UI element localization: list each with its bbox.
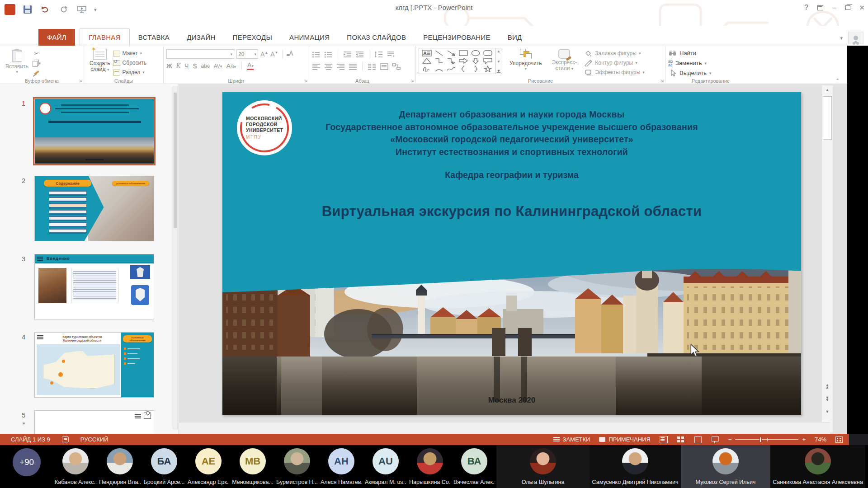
tab-home[interactable]: ГЛАВНАЯ xyxy=(80,28,130,46)
spellcheck-icon[interactable] xyxy=(62,436,69,442)
tab-design[interactable]: ДИЗАЙН xyxy=(178,29,224,46)
shapes-scroll-down-icon[interactable]: ▼ xyxy=(497,60,500,64)
grow-font-button[interactable]: А▲ xyxy=(260,51,268,58)
previous-slide-button[interactable]: ▲▲ xyxy=(822,382,832,391)
shape-right-brace-icon[interactable] xyxy=(469,65,481,73)
participant-tile[interactable]: АН Алеся Наматев... xyxy=(319,445,363,488)
participant-tile[interactable]: Санникова Анастасия Алексеевна xyxy=(770,445,865,488)
participant-tile[interactable]: Бурмистров Н... xyxy=(275,445,319,488)
shape-triangle-icon[interactable] xyxy=(420,57,433,65)
shape-scribble-icon[interactable] xyxy=(420,65,433,73)
font-dialog-launcher[interactable]: ⇲ xyxy=(304,79,307,83)
justify-button[interactable] xyxy=(349,63,357,70)
clear-formatting-button[interactable] xyxy=(286,50,295,58)
slide-canvas[interactable]: МОСКОВСКИЙГОРОДСКОЙУНИВЕРСИТЕТ МГПУ Депа… xyxy=(222,92,801,415)
shapes-scroll-up-icon[interactable]: ▲ xyxy=(497,49,500,53)
thumbnail-image-2[interactable]: Содержание условные обозначения xyxy=(34,176,154,241)
participant-tile[interactable]: АЕ Александр Ерк... xyxy=(186,445,231,488)
tab-insert[interactable]: ВСТАВКА xyxy=(130,29,178,46)
clipboard-dialog-launcher[interactable]: ⇲ xyxy=(79,79,82,83)
participant-tile[interactable]: МВ Меновщикова... xyxy=(231,445,275,488)
ribbon-display-options-button[interactable] xyxy=(817,5,823,10)
strikethrough-button[interactable]: abc xyxy=(201,63,210,69)
participant-tile[interactable]: Нарышкина Со... xyxy=(408,445,452,488)
participant-tile[interactable]: Пендюрин Вла... xyxy=(98,445,142,488)
thumbnail-image-4[interactable]: Карта туристских объектовКалининградской… xyxy=(34,332,154,398)
underline-button[interactable]: Ч xyxy=(184,62,189,70)
close-button[interactable]: × xyxy=(859,3,864,13)
shape-oval-icon[interactable] xyxy=(469,49,481,57)
align-left-button[interactable] xyxy=(312,63,321,70)
tab-transitions[interactable]: ПЕРЕХОДЫ xyxy=(224,29,281,46)
align-right-button[interactable] xyxy=(336,63,345,70)
restore-button[interactable] xyxy=(845,5,850,10)
comments-toggle[interactable]: ПРИМЕЧАНИЯ xyxy=(599,436,650,443)
shape-star-icon[interactable] xyxy=(481,65,494,73)
participant-tile[interactable]: Муковоз Сергей Ильич xyxy=(681,445,770,488)
shape-left-brace-icon[interactable] xyxy=(457,65,469,73)
participant-tile[interactable]: Ольга Шульгина xyxy=(496,445,590,488)
slide-sorter-view-button[interactable] xyxy=(677,436,685,443)
shape-elbow-arrow-connector-icon[interactable] xyxy=(445,57,457,65)
find-button[interactable]: Найти xyxy=(668,48,754,58)
tab-review[interactable]: РЕЦЕНЗИРОВАНИЕ xyxy=(415,29,499,46)
language-indicator[interactable]: РУССКИЙ xyxy=(80,436,108,443)
scroll-up-icon[interactable]: ▲ xyxy=(822,85,832,94)
shapes-more-icon[interactable]: ▼ xyxy=(497,70,501,73)
slide-counter[interactable]: СЛАЙД 1 ИЗ 9 xyxy=(11,436,50,443)
slideshow-view-button[interactable] xyxy=(711,436,719,443)
shape-arrow-icon[interactable] xyxy=(445,49,457,57)
replace-button[interactable]: abac Заменить▾ xyxy=(668,58,754,68)
arrange-button[interactable]: Упорядочить ▾ xyxy=(507,48,544,77)
decrease-indent-button[interactable] xyxy=(343,51,352,58)
layout-button[interactable]: Макет▾ xyxy=(113,49,146,58)
cut-button[interactable]: ✂ xyxy=(32,50,41,57)
participant-overflow-tile[interactable]: +90 xyxy=(0,445,53,488)
normal-view-button[interactable] xyxy=(660,436,668,443)
shrink-font-button[interactable]: А▼ xyxy=(270,51,278,58)
next-slide-button[interactable]: ▼▼ xyxy=(822,394,832,404)
notes-toggle[interactable]: ЗАМЕТКИ xyxy=(553,436,590,443)
paste-button[interactable]: Вставить ▾ xyxy=(3,49,31,78)
tab-slideshow[interactable]: ПОКАЗ СЛАЙДОВ xyxy=(338,29,415,46)
participant-tile[interactable]: Кабанов Алекс... xyxy=(53,445,98,488)
thumbnail-slide-3[interactable]: 3 Введение xyxy=(22,254,154,319)
thumbnail-slide-4[interactable]: 4 Карта туристских объектовКалининградск… xyxy=(22,332,154,398)
participant-tile[interactable]: Самусенко Дмитрий Николаевич xyxy=(590,445,681,488)
participant-tile[interactable]: AU Акмарал M. us... xyxy=(363,445,408,488)
shape-rectangle-icon[interactable] xyxy=(457,49,469,57)
character-spacing-button[interactable]: AV▾ xyxy=(214,63,222,69)
zoom-out-button[interactable]: − xyxy=(728,436,732,443)
shape-textbox-icon[interactable]: А xyxy=(420,49,433,57)
shapes-gallery-scrollbar[interactable]: ▲ ▼ ▼ xyxy=(495,48,502,74)
copy-button[interactable]: ▾ xyxy=(32,59,41,67)
shape-fill-button[interactable]: Заливка фигуры▾ xyxy=(584,49,645,58)
zoom-slider[interactable] xyxy=(735,439,798,440)
bold-button[interactable]: Ж xyxy=(166,62,172,70)
font-size-combobox[interactable]: 20▾ xyxy=(236,49,258,59)
quick-styles-button[interactable]: Экспресс-стили ▾ xyxy=(549,48,580,77)
format-painter-button[interactable] xyxy=(32,69,41,76)
zoom-slider-thumb[interactable] xyxy=(760,437,762,442)
scrollbar-thumb[interactable] xyxy=(823,96,832,140)
shape-line-icon[interactable] xyxy=(433,49,445,57)
thumbnail-scrollbar[interactable] xyxy=(173,86,178,429)
increase-indent-button[interactable] xyxy=(355,51,364,58)
participant-tile[interactable]: ВА Вячеслав Алек... xyxy=(452,445,496,488)
numbering-button[interactable] xyxy=(324,51,333,58)
zoom-level[interactable]: 74% xyxy=(815,436,826,443)
italic-button[interactable]: К xyxy=(176,62,180,70)
drawing-dialog-launcher[interactable]: ⇲ xyxy=(660,79,664,83)
convert-smartart-button[interactable] xyxy=(392,63,401,70)
chevron-down-icon[interactable]: ▾ xyxy=(840,35,843,41)
paragraph-dialog-launcher[interactable]: ⇲ xyxy=(410,79,414,83)
text-shadow-button[interactable]: S xyxy=(193,62,197,70)
collapse-ribbon-button[interactable]: ⌃ xyxy=(835,78,840,84)
thumbnail-slide-1[interactable]: 1 xyxy=(22,99,154,164)
shape-callout-icon[interactable] xyxy=(481,57,494,65)
thumbnail-image-1[interactable] xyxy=(34,99,154,164)
columns-button[interactable] xyxy=(368,63,376,70)
align-center-button[interactable] xyxy=(324,63,333,70)
scroll-down-icon[interactable]: ▼ xyxy=(822,407,832,416)
align-text-button[interactable] xyxy=(380,63,388,70)
